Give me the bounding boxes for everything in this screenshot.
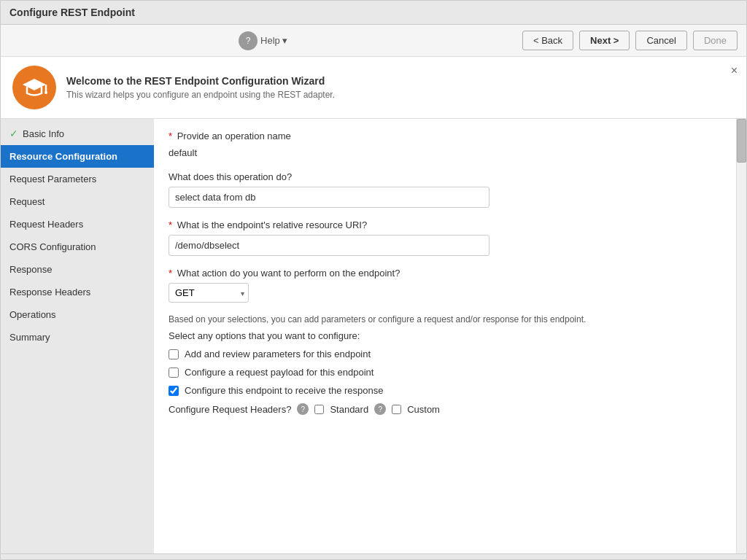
scrollbar-thumb[interactable] — [737, 119, 746, 163]
operation-name-label: * Provide an operation name — [169, 131, 721, 141]
sidebar-label-resource-configuration: Resource Configuration — [9, 151, 117, 162]
cancel-button[interactable]: Cancel — [635, 31, 686, 50]
operation-name-group: * Provide an operation name default — [169, 131, 721, 160]
checkbox-response[interactable] — [169, 386, 179, 396]
operation-desc-input[interactable] — [169, 187, 489, 208]
custom-label: Custom — [407, 404, 440, 415]
standard-help-icon[interactable]: ? — [374, 403, 386, 415]
done-button[interactable]: Done — [693, 31, 738, 50]
sidebar-label-request: Request — [9, 196, 44, 207]
required-star-2: * — [169, 219, 172, 230]
uri-input[interactable] — [169, 235, 489, 256]
title-bar: Configure REST Endpoint — [1, 1, 746, 25]
svg-point-2 — [44, 91, 47, 94]
uri-label: * What is the endpoint's relative resour… — [169, 219, 721, 230]
sidebar-label-operations: Operations — [9, 309, 56, 320]
required-star-3: * — [169, 268, 172, 279]
checkbox-standard[interactable] — [314, 405, 324, 414]
checkbox-request-payload-label: Configure a request payload for this end… — [185, 367, 374, 378]
close-button[interactable]: × — [731, 64, 738, 77]
welcome-title: Welcome to the REST Endpoint Configurati… — [66, 75, 335, 87]
wizard-icon — [12, 66, 56, 109]
sidebar-label-request-headers: Request Headers — [9, 219, 83, 230]
request-headers-help-icon[interactable]: ? — [297, 403, 309, 415]
sidebar-label-response-headers: Response Headers — [9, 287, 90, 298]
action-select-wrapper: GET POST PUT DELETE PATCH ▾ — [169, 283, 249, 303]
sidebar-item-summary[interactable]: Summary — [1, 326, 154, 349]
request-headers-row: Configure Request Headers? ? Standard ? … — [169, 403, 721, 415]
checkbox-parameters[interactable] — [169, 349, 179, 359]
sidebar-label-response: Response — [9, 264, 53, 275]
checkbox-parameters-label: Add and review parameters for this endpo… — [185, 349, 371, 359]
window-title: Configure REST Endpoint — [9, 7, 135, 18]
main-content: ✓ Basic Info Resource Configuration Requ… — [1, 119, 746, 553]
checkbox-request-payload[interactable] — [169, 368, 179, 378]
sidebar-label-basic-info: Basic Info — [23, 128, 64, 139]
operation-desc-group: What does this operation do? — [169, 171, 721, 208]
help-dropdown-icon: ▾ — [282, 35, 287, 46]
operation-name-value: default — [169, 146, 721, 160]
check-icon: ✓ — [9, 128, 18, 139]
sidebar-item-response-headers[interactable]: Response Headers — [1, 281, 154, 303]
sidebar-label-request-parameters: Request Parameters — [9, 174, 96, 184]
operation-desc-label: What does this operation do? — [169, 171, 721, 182]
checkbox-custom[interactable] — [392, 405, 401, 414]
sidebar-item-operations[interactable]: Operations — [1, 303, 154, 326]
sidebar-item-response[interactable]: Response — [1, 258, 154, 281]
request-headers-label: Configure Request Headers? — [169, 404, 291, 415]
action-select[interactable]: GET POST PUT DELETE PATCH — [169, 283, 249, 303]
sidebar-label-cors-configuration: CORS Configuration — [9, 241, 96, 252]
uri-group: * What is the endpoint's relative resour… — [169, 219, 721, 256]
standard-label: Standard — [330, 404, 368, 415]
action-group: * What action do you want to perform on … — [169, 268, 721, 303]
checkbox-row-1: Add and review parameters for this endpo… — [169, 349, 721, 359]
welcome-banner: Welcome to the REST Endpoint Configurati… — [1, 57, 746, 119]
next-button[interactable]: Next > — [579, 31, 630, 50]
sidebar-label-summary: Summary — [9, 332, 50, 343]
options-label: Select any options that you want to conf… — [169, 330, 721, 341]
sidebar-item-cors-configuration[interactable]: CORS Configuration — [1, 236, 154, 258]
info-text: Based on your selections, you can add pa… — [169, 314, 665, 324]
help-icon: ? — [239, 31, 258, 50]
sidebar: ✓ Basic Info Resource Configuration Requ… — [1, 119, 154, 553]
required-star-1: * — [169, 131, 172, 141]
back-button[interactable]: < Back — [522, 31, 573, 50]
sidebar-item-resource-configuration[interactable]: Resource Configuration — [1, 145, 154, 168]
checkbox-row-3: Configure this endpoint to receive the r… — [169, 385, 721, 396]
toolbar: ? Help ▾ < Back Next > Cancel Done — [1, 25, 746, 57]
sidebar-item-basic-info[interactable]: ✓ Basic Info — [1, 122, 154, 145]
sidebar-item-request[interactable]: Request — [1, 190, 154, 213]
sidebar-item-request-parameters[interactable]: Request Parameters — [1, 168, 154, 190]
welcome-subtitle: This wizard helps you configure an endpo… — [66, 90, 335, 100]
welcome-text: Welcome to the REST Endpoint Configurati… — [66, 75, 335, 100]
sidebar-item-request-headers[interactable]: Request Headers — [1, 213, 154, 236]
checkbox-row-2: Configure a request payload for this end… — [169, 367, 721, 378]
help-button[interactable]: Help ▾ — [260, 35, 287, 46]
action-label: * What action do you want to perform on … — [169, 268, 721, 279]
scrollbar-track[interactable] — [736, 119, 746, 553]
checkbox-response-label: Configure this endpoint to receive the r… — [185, 385, 383, 396]
help-area: ? Help ▾ — [239, 31, 287, 50]
configure-rest-endpoint-window: Configure REST Endpoint ? Help ▾ < Back … — [0, 0, 747, 560]
wizard-svg-icon — [21, 74, 47, 101]
bottom-bar — [1, 553, 746, 559]
content-panel: * Provide an operation name default What… — [154, 119, 736, 553]
